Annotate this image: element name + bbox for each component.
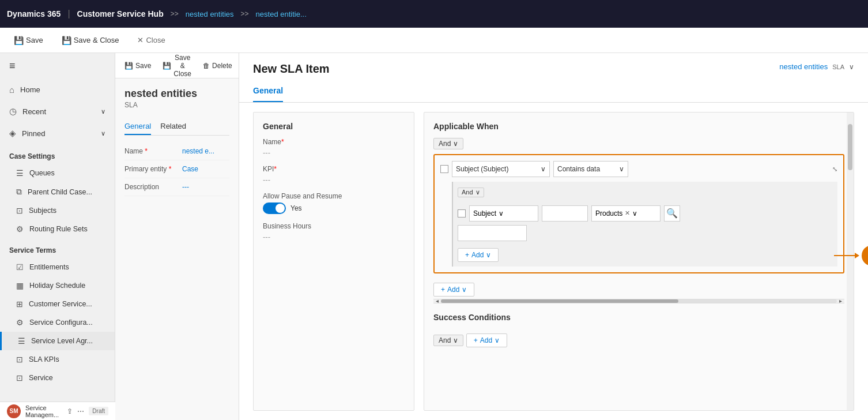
save-close-label: Save & Close <box>74 36 119 44</box>
business-hours-label: Business Hours <box>263 222 405 230</box>
center-tab-general[interactable]: General <box>124 118 151 135</box>
right-content: New SLA Item nested entities SLA ∨ Gener… <box>239 53 868 420</box>
sla-icon: ☰ <box>18 336 25 346</box>
contains-data-select[interactable]: Contains data ∨ <box>553 161 628 177</box>
breadcrumb-chevron-icon[interactable]: ∨ <box>849 63 854 71</box>
name-field: Name* --- <box>263 138 405 157</box>
sidebar-item-routing-rules[interactable]: ⚙ Routing Rule Sets <box>0 220 115 238</box>
success-add-chevron-icon: ∨ <box>495 336 500 344</box>
inner-add-plus-icon: + <box>465 251 469 259</box>
inner-and-chevron-icon: ∨ <box>475 189 480 196</box>
sidebar-item-sla-kpis[interactable]: ⊡ SLA KPIs <box>0 350 115 369</box>
products-input[interactable] <box>458 225 527 241</box>
app-name[interactable]: Customer Service Hub <box>77 9 164 18</box>
sidebar-item-holiday-schedule[interactable]: ▦ Holiday Schedule <box>0 276 115 295</box>
case-settings-section: Case Settings <box>0 144 115 164</box>
breadcrumb-nested-1[interactable]: nested entities <box>186 10 234 18</box>
sidebar-item-service-config[interactable]: ⚙ Service Configura... <box>0 313 115 332</box>
pinned-chevron-icon: ∨ <box>101 130 105 137</box>
success-add-button[interactable]: + Add ∨ <box>466 333 507 347</box>
center-save-button[interactable]: 💾 Save <box>122 59 153 72</box>
subject-chevron-icon: ∨ <box>541 165 546 173</box>
dynamics-brand[interactable]: Dynamics 365 <box>7 9 61 18</box>
center-tab-related[interactable]: Related <box>160 118 186 135</box>
sidebar-item-service[interactable]: ⊡ Service <box>0 369 115 387</box>
sidebar-item-customer-service[interactable]: ⊞ Customer Service... <box>0 295 115 313</box>
scroll-left-icon[interactable]: ◂ <box>436 298 439 304</box>
and-operator[interactable]: And ∨ <box>433 138 463 149</box>
sidebar-item-entitlements[interactable]: ☑ Entitlements <box>0 258 115 276</box>
toggle-container: Yes <box>263 202 405 214</box>
inner-and-operator[interactable]: And ∨ <box>458 187 484 197</box>
products-remove-icon[interactable]: ✕ <box>625 209 630 217</box>
operator-input[interactable] <box>542 205 588 222</box>
center-save-close-button[interactable]: 💾 Save & Close <box>160 53 194 80</box>
sidebar-item-subjects[interactable]: ⊡ Subjects <box>0 201 115 220</box>
save-label: Save <box>26 36 43 44</box>
user-avatar: SM <box>7 404 21 418</box>
sidebar-item-sla[interactable]: ☰ Service Level Agr... <box>0 332 115 350</box>
sidebar-item-home[interactable]: ⌂ Home <box>0 79 115 100</box>
kpi-field: KPI* --- <box>263 165 405 184</box>
service-icon: ⊡ <box>16 373 23 382</box>
name-value: --- <box>263 148 405 157</box>
sidebar-item-queues[interactable]: ☰ Queues <box>0 164 115 182</box>
pause-resume-toggle[interactable] <box>263 202 286 214</box>
subject-inner-select[interactable]: Subject ∨ <box>469 205 538 222</box>
breadcrumb-nested-2[interactable]: nested entitie... <box>256 10 307 18</box>
horizontal-scrollbar[interactable]: ◂ ▸ <box>433 299 844 303</box>
subject-select[interactable]: Subject (Subject) ∨ <box>452 161 550 177</box>
more-icon[interactable]: ⋯ <box>77 407 84 415</box>
scroll-track <box>441 299 837 303</box>
outer-add-chevron-icon: ∨ <box>462 286 467 294</box>
success-conditions-title: Success Conditions <box>433 313 844 322</box>
inner-add-button[interactable]: + Add ∨ <box>458 248 499 262</box>
sidebar-item-parent-child[interactable]: ⧉ Parent Child Case... <box>0 182 115 201</box>
tab-general[interactable]: General <box>253 80 283 102</box>
parent-child-label: Parent Child Case... <box>28 188 92 196</box>
sidebar-item-recent[interactable]: ◷ Recent ∨ <box>0 100 115 122</box>
save-close-button[interactable]: 💾 Save & Close <box>57 33 124 47</box>
breadcrumb-link[interactable]: nested entities <box>779 62 828 71</box>
sidebar-item-pinned[interactable]: ◈ Pinned ∨ <box>0 122 115 144</box>
primary-entity-value: Case <box>182 165 198 173</box>
center-delete-button[interactable]: 🗑 Delete <box>201 59 235 72</box>
success-conditions-panel: Success Conditions And ∨ + Add ∨ <box>433 313 844 351</box>
products-tag: Products ✕ ∨ <box>591 205 661 222</box>
toggle-label: Yes <box>290 204 302 212</box>
save-close-icon: 💾 <box>62 36 71 45</box>
center-save-close-label: Save & Close <box>173 54 191 78</box>
sidebar-pinned-label: Pinned <box>22 129 45 138</box>
hamburger-menu[interactable]: ≡ <box>0 53 115 79</box>
center-delete-label: Delete <box>212 62 232 70</box>
condition-checkbox[interactable] <box>440 165 448 173</box>
form-panel: General Name* --- KPI* --- Allow Pause a… <box>253 112 414 411</box>
inner-checkbox[interactable] <box>458 209 466 217</box>
center-save-label: Save <box>135 62 151 70</box>
inner-and-label: And <box>462 189 473 196</box>
search-button[interactable]: 🔍 <box>664 205 680 222</box>
scroll-right-icon[interactable]: ▸ <box>839 298 842 304</box>
outer-add-button[interactable]: + Add ∨ <box>433 283 474 297</box>
expand-icon[interactable]: ⇪ <box>67 407 73 415</box>
form-panel-title: General <box>263 122 405 131</box>
center-save-close-icon: 💾 <box>163 62 171 70</box>
expand-icon[interactable]: ⤡ <box>832 166 837 173</box>
save-button[interactable]: 💾 Save <box>9 33 48 47</box>
annotation-circle: b <box>862 245 868 266</box>
and-chevron-icon: ∨ <box>453 140 458 148</box>
success-and-operator[interactable]: And ∨ <box>433 335 463 346</box>
center-delete-icon: 🗑 <box>203 62 210 70</box>
sla-kpis-icon: ⊡ <box>16 355 23 364</box>
name-label: Name* <box>263 138 405 146</box>
sidebar-recent-label: Recent <box>22 107 46 116</box>
nav-arrow-1: >> <box>171 10 179 18</box>
business-hours-value: --- <box>263 232 405 241</box>
success-and-chevron-icon: ∨ <box>453 336 458 344</box>
subjects-icon: ⊡ <box>16 206 23 215</box>
description-value: --- <box>182 183 189 191</box>
center-subtitle: SLA <box>124 101 229 109</box>
holiday-label: Holiday Schedule <box>29 282 85 290</box>
page-title: New SLA Item <box>253 62 330 76</box>
close-button[interactable]: ✕ Close <box>133 33 169 47</box>
